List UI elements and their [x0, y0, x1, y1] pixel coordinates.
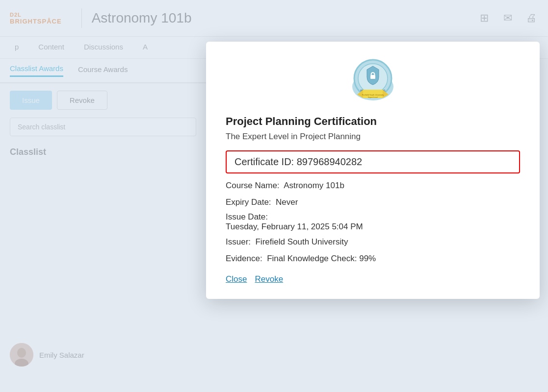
issue-date-label: Issue Date: — [226, 212, 520, 222]
cert-title: Project Planning Certification — [226, 115, 520, 128]
expiry-value: Never — [276, 197, 298, 207]
svg-rect-6 — [370, 75, 375, 79]
svg-text:Firefield South University: Firefield South University — [362, 94, 384, 96]
expiry-label: Expiry Date: — [226, 197, 271, 207]
badge-area: PROJECT PLANNING CERTIFICATION Firefield… — [226, 56, 520, 105]
svg-text:Expert Level: Expert Level — [368, 97, 378, 98]
cert-id-value: 897968940282 — [297, 156, 362, 167]
expiry-row: Expiry Date: Never — [226, 196, 520, 209]
badge-icon: PROJECT PLANNING CERTIFICATION Firefield… — [348, 56, 397, 105]
cert-id-box: Certificate ID: 897968940282 — [226, 150, 520, 173]
evidence-label: Evidence: — [226, 254, 262, 263]
certificate-modal: PROJECT PLANNING CERTIFICATION Firefield… — [206, 42, 540, 299]
close-link[interactable]: Close — [226, 274, 247, 284]
cert-subtitle: The Expert Level in Project Planning — [226, 132, 520, 142]
course-name-row: Course Name: Astronomy 101b — [226, 179, 520, 192]
issuer-value: Firefield South University — [255, 237, 348, 246]
course-name-label: Course Name: — [226, 181, 280, 190]
evidence-row: Evidence: Final Knowledge Check: 99% — [226, 252, 520, 265]
issuer-row: Issuer: Firefield South University — [226, 236, 520, 248]
course-name-value: Astronomy 101b — [284, 181, 344, 190]
modal-actions: Close Revoke — [226, 274, 520, 284]
revoke-link[interactable]: Revoke — [255, 274, 283, 284]
issue-date-value: Tuesday, February 11, 2025 5:04 PM — [226, 222, 520, 232]
issue-date-row: Issue Date: Tuesday, February 11, 2025 5… — [226, 212, 520, 232]
issuer-label: Issuer: — [226, 237, 251, 246]
cert-id-label: Certificate ID: — [235, 156, 294, 167]
evidence-value: Final Knowledge Check: 99% — [267, 254, 376, 263]
